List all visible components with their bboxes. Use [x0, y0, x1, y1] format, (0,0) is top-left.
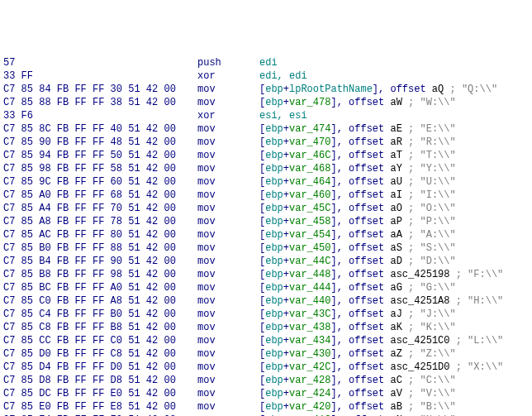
hex-bytes: C7 85 CC FB FF FF C0 51 42 00 — [3, 334, 197, 347]
asm-row[interactable]: C7 85 98 FB FF FF 58 51 42 00mov[ebp+var… — [3, 162, 529, 175]
operands: [ebp+var_428], offset aC ; "C:\\" — [259, 374, 456, 387]
mnemonic: mov — [197, 374, 259, 387]
hex-bytes: C7 85 88 FB FF FF 38 51 42 00 — [3, 96, 197, 109]
operands: [ebp+var_450], offset aS ; "S:\\" — [259, 241, 456, 255]
operands: [ebp+var_438], offset aK ; "K:\\" — [259, 321, 456, 334]
mnemonic: mov — [197, 122, 259, 136]
hex-bytes: C7 85 D8 FB FF FF D8 51 42 00 — [3, 374, 197, 387]
mnemonic: mov — [197, 400, 259, 414]
mnemonic: mov — [197, 361, 259, 374]
asm-row[interactable]: C7 85 B8 FB FF FF 98 51 42 00mov[ebp+var… — [3, 268, 529, 281]
asm-row[interactable]: C7 85 B0 FB FF FF 88 51 42 00mov[ebp+var… — [3, 241, 529, 255]
hex-bytes: C7 85 A0 FB FF FF 68 51 42 00 — [3, 189, 197, 202]
hex-bytes: C7 85 B0 FB FF FF 88 51 42 00 — [3, 241, 197, 255]
operands: [ebp+var_424], offset aV ; "V:\\" — [259, 387, 456, 400]
operands: [ebp+var_46C], offset aT ; "T:\\" — [259, 149, 456, 162]
operands: [ebp+var_444], offset aG ; "G:\\" — [259, 281, 456, 294]
mnemonic: mov — [197, 136, 259, 149]
mnemonic: mov — [197, 321, 259, 334]
hex-bytes: C7 85 84 FB FF FF 30 51 42 00 — [3, 83, 197, 96]
operands: [ebp+var_458], offset aP ; "P:\\" — [259, 215, 456, 228]
operands: [ebp+var_434], offset asc_4251C0 ; "L:\\… — [259, 334, 503, 347]
operands: [ebp+var_474], offset aE ; "E:\\" — [259, 122, 456, 136]
mnemonic: mov — [197, 387, 259, 400]
asm-row[interactable]: 57pushedi — [3, 56, 529, 69]
asm-row[interactable]: C7 85 BC FB FF FF A0 51 42 00mov[ebp+var… — [3, 281, 529, 294]
asm-row[interactable]: C7 85 88 FB FF FF 38 51 42 00mov[ebp+var… — [3, 96, 529, 109]
mnemonic: mov — [197, 175, 259, 189]
asm-row[interactable]: 33 F6xoresi, esi — [3, 109, 529, 122]
asm-row[interactable]: C7 85 8C FB FF FF 40 51 42 00mov[ebp+var… — [3, 122, 529, 136]
mnemonic: mov — [197, 347, 259, 361]
asm-row[interactable]: C7 85 9C FB FF FF 60 51 42 00mov[ebp+var… — [3, 175, 529, 189]
hex-bytes: 57 — [3, 56, 197, 69]
mnemonic: mov — [197, 228, 259, 241]
asm-row[interactable]: C7 85 D0 FB FF FF C8 51 42 00mov[ebp+var… — [3, 347, 529, 361]
hex-bytes: C7 85 D0 FB FF FF C8 51 42 00 — [3, 347, 197, 361]
asm-row[interactable]: C7 85 B4 FB FF FF 90 51 42 00mov[ebp+var… — [3, 255, 529, 268]
operands: [ebp+var_440], offset asc_4251A8 ; "H:\\… — [259, 294, 503, 308]
operands: [ebp+var_468], offset aY ; "Y:\\" — [259, 162, 456, 175]
mnemonic: mov — [197, 189, 259, 202]
hex-bytes: C7 85 94 FB FF FF 50 51 42 00 — [3, 149, 197, 162]
hex-bytes: C7 85 C0 FB FF FF A8 51 42 00 — [3, 294, 197, 308]
operands: [ebp+var_460], offset aI ; "I:\\" — [259, 189, 456, 202]
hex-bytes: C7 85 C4 FB FF FF B0 51 42 00 — [3, 308, 197, 321]
asm-row[interactable]: C7 85 D4 FB FF FF D0 51 42 00mov[ebp+var… — [3, 361, 529, 374]
mnemonic: mov — [197, 268, 259, 281]
hex-bytes: C7 85 B4 FB FF FF 90 51 42 00 — [3, 255, 197, 268]
hex-bytes: C7 85 DC FB FF FF E0 51 42 00 — [3, 387, 197, 400]
mnemonic: mov — [197, 162, 259, 175]
mnemonic: xor — [197, 109, 259, 122]
hex-bytes: C7 85 D4 FB FF FF D0 51 42 00 — [3, 361, 197, 374]
hex-bytes: C7 85 90 FB FF FF 48 51 42 00 — [3, 136, 197, 149]
mnemonic: mov — [197, 215, 259, 228]
asm-row[interactable]: C7 85 84 FB FF FF 30 51 42 00mov[ebp+lpR… — [3, 83, 529, 96]
mnemonic: mov — [197, 202, 259, 215]
operands: [ebp+lpRootPathName], offset aQ ; "Q:\\" — [259, 83, 497, 96]
asm-row[interactable]: C7 85 A0 FB FF FF 68 51 42 00mov[ebp+var… — [3, 189, 529, 202]
asm-row[interactable]: 33 FFxoredi, edi — [3, 69, 529, 83]
mnemonic: mov — [197, 294, 259, 308]
operands: [ebp+var_464], offset aU ; "U:\\" — [259, 175, 456, 189]
asm-row[interactable]: C7 85 DC FB FF FF E0 51 42 00mov[ebp+var… — [3, 387, 529, 400]
hex-bytes: 33 FF — [3, 69, 197, 83]
asm-row[interactable]: C7 85 C4 FB FF FF B0 51 42 00mov[ebp+var… — [3, 308, 529, 321]
asm-row[interactable]: C7 85 CC FB FF FF C0 51 42 00mov[ebp+var… — [3, 334, 529, 347]
mnemonic: mov — [197, 281, 259, 294]
hex-bytes: C7 85 BC FB FF FF A0 51 42 00 — [3, 281, 197, 294]
asm-row[interactable]: C7 85 A4 FB FF FF 70 51 42 00mov[ebp+var… — [3, 202, 529, 215]
hex-bytes: C7 85 A8 FB FF FF 78 51 42 00 — [3, 215, 197, 228]
operands: [ebp+var_44C], offset aD ; "D:\\" — [259, 255, 456, 268]
mnemonic: mov — [197, 255, 259, 268]
asm-row[interactable]: C7 85 E0 FB FF FF E8 51 42 00mov[ebp+var… — [3, 400, 529, 414]
hex-bytes: C7 85 A4 FB FF FF 70 51 42 00 — [3, 202, 197, 215]
operands: [ebp+var_43C], offset aJ ; "J:\\" — [259, 308, 456, 321]
operands: [ebp+var_448], offset asc_425198 ; "F:\\… — [259, 268, 503, 281]
asm-row[interactable]: C7 85 AC FB FF FF 80 51 42 00mov[ebp+var… — [3, 228, 529, 241]
operands: edi — [259, 56, 278, 69]
operands: [ebp+var_454], offset aA ; "A:\\" — [259, 228, 456, 241]
hex-bytes: C7 85 8C FB FF FF 40 51 42 00 — [3, 122, 197, 136]
hex-bytes: C7 85 C8 FB FF FF B8 51 42 00 — [3, 321, 197, 334]
hex-bytes: C7 85 E0 FB FF FF E8 51 42 00 — [3, 400, 197, 414]
operands: edi, edi — [259, 69, 307, 83]
asm-row[interactable]: C7 85 C8 FB FF FF B8 51 42 00mov[ebp+var… — [3, 321, 529, 334]
asm-row[interactable]: C7 85 A8 FB FF FF 78 51 42 00mov[ebp+var… — [3, 215, 529, 228]
asm-row[interactable]: C7 85 94 FB FF FF 50 51 42 00mov[ebp+var… — [3, 149, 529, 162]
asm-row[interactable]: C7 85 90 FB FF FF 48 51 42 00mov[ebp+var… — [3, 136, 529, 149]
asm-row[interactable]: C7 85 D8 FB FF FF D8 51 42 00mov[ebp+var… — [3, 374, 529, 387]
mnemonic: mov — [197, 308, 259, 321]
operands: [ebp+var_42C], offset asc_4251D0 ; "X:\\… — [259, 361, 503, 374]
mnemonic: push — [197, 56, 259, 69]
asm-row[interactable]: C7 85 C0 FB FF FF A8 51 42 00mov[ebp+var… — [3, 294, 529, 308]
disassembly-listing[interactable]: 57pushedi33 FFxoredi, ediC7 85 84 FB FF … — [3, 56, 529, 416]
hex-bytes: 33 F6 — [3, 109, 197, 122]
hex-bytes: C7 85 B8 FB FF FF 98 51 42 00 — [3, 268, 197, 281]
hex-bytes: C7 85 AC FB FF FF 80 51 42 00 — [3, 228, 197, 241]
operands: [ebp+var_420], offset aB ; "B:\\" — [259, 400, 456, 414]
mnemonic: mov — [197, 149, 259, 162]
operands: [ebp+var_430], offset aZ ; "Z:\\" — [259, 347, 456, 361]
hex-bytes: C7 85 98 FB FF FF 58 51 42 00 — [3, 162, 197, 175]
mnemonic: mov — [197, 334, 259, 347]
